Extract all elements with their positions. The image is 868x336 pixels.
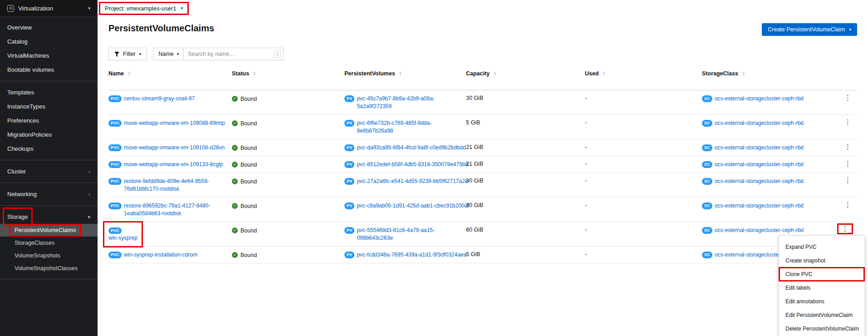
sidebar-item-storage[interactable]: Storage▾ <box>0 210 98 224</box>
pvc-name-link[interactable]: centos-stream9-gray-snail-97 <box>124 95 195 103</box>
storageclass-link[interactable]: ocs-external-storagecluster-ceph-rbd <box>715 202 804 210</box>
storageclass-link[interactable]: ocs-external-storagecluster-ceph-rbd <box>715 95 804 103</box>
sidebar-item-bootable-volumes[interactable]: Bootable volumes <box>0 63 98 77</box>
menu-item-edit-persistentvolumeclaim[interactable]: Edit PersistentVolumeClaim <box>779 308 864 322</box>
status-value: ✓Bound <box>232 96 257 102</box>
kebab-menu-button[interactable]: ⋮ <box>842 118 854 127</box>
sidebar-item-persistentvolumeclaims[interactable]: PersistentVolumeClaims <box>0 224 98 237</box>
pvc-name-resource: PVCwin-sysprep-installation-cdrom <box>108 251 197 259</box>
column-header-button[interactable]: Capacity↕ <box>466 70 497 77</box>
menu-item-edit-annotations[interactable]: Edit annotations <box>779 295 864 308</box>
persistentvolume-link[interactable]: pvc-fcdd348a-7695-439a-a1d1-9f3df0324aea <box>357 251 466 259</box>
persistentvolume-link[interactable]: pvc-6f6e732b-c769-485f-9dda-8e6b87b26a98 <box>357 119 432 135</box>
link-line: pvc-555468d3-81c6-4a79-aa15- <box>357 227 434 234</box>
sidebar-item-instancetypes[interactable]: InstanceTypes <box>0 99 98 114</box>
project-selector[interactable]: Project: vmexamples-user1 ▾ <box>100 3 187 14</box>
storageclass-link[interactable]: ocs-external-storagecluster-ceph-rbd <box>715 119 804 127</box>
kebab-menu-button[interactable]: ⋮ <box>842 200 854 209</box>
pvc-name-link[interactable]: move-webapp-vmware-vm-109088-69mtp <box>124 119 225 127</box>
menu-item-delete-persistentvolumeclaim[interactable]: Delete PersistentVolumeClaim <box>779 322 864 336</box>
column-header-button[interactable]: Name↕ <box>108 70 131 77</box>
bound-check-icon: ✓ <box>232 96 238 102</box>
link-line: ocs-external-storagecluster-ceph-rbd <box>715 227 804 234</box>
kebab-menu-button[interactable]: ⋮ <box>842 159 854 168</box>
status-value: ✓Bound <box>232 162 257 168</box>
column-header-label: StorageClass <box>702 70 738 77</box>
column-header-label: Name <box>108 70 124 77</box>
kebab-menu-button[interactable]: ⋮ <box>842 176 854 185</box>
pvc-name-link[interactable]: win-sysprep <box>108 234 137 242</box>
column-header-capacity: Capacity↕ <box>466 70 585 77</box>
sc-badge: SC <box>702 252 712 258</box>
sidebar-item-checkups[interactable]: Checkups <box>0 142 98 156</box>
sidebar-item-label: InstanceTypes <box>7 103 45 110</box>
persistentvolume-link[interactable]: pvc-da93ca95-6f84-4fcd-9a8f-c0ed9b2bdbdd <box>357 144 466 152</box>
virtualization-perspective-icon <box>7 5 14 12</box>
sidebar-item-networking[interactable]: Networking› <box>0 187 98 201</box>
column-header-button[interactable]: Used↕ <box>585 70 606 77</box>
sidebar-item-virtualmachines[interactable]: VirtualMachines <box>0 49 98 63</box>
sidebar-item-cluster[interactable]: Cluster› <box>0 164 98 178</box>
menu-item-create-snapshot[interactable]: Create snapshot <box>779 254 864 267</box>
sidebar-item-preferences[interactable]: Preferences <box>0 114 98 128</box>
sidebar-item-catalog[interactable]: Catalog <box>0 35 98 49</box>
pvc-badge: PVC <box>108 144 122 151</box>
pv-badge: PV <box>344 95 354 102</box>
menu-item-edit-labels[interactable]: Edit labels <box>779 281 864 295</box>
sidebar-item-migrationpolicies[interactable]: MigrationPolicies <box>0 128 98 142</box>
link-line: 5a2a9f272359 <box>357 103 434 110</box>
pvc-name-link[interactable]: restore-9efdd9de-809e-4e64-9559-76d61bbf… <box>124 178 209 193</box>
link-line: move-webapp-vmware-vm-109133-8cglp <box>124 161 223 168</box>
capacity-value: 30 GiB <box>466 202 483 208</box>
status-cell: ✓Bound <box>232 247 344 262</box>
pvc-name-link[interactable]: move-webapp-vmware-vm-109108-d28vn <box>124 144 225 152</box>
pvc-name-link[interactable]: move-webapp-vmware-vm-109133-8cglp <box>124 161 223 168</box>
sidebar-item-overview[interactable]: Overview <box>0 20 98 35</box>
pvc-name-link[interactable]: restore-896592bc-79a1-4127-9480-1eaba058… <box>124 202 210 217</box>
kebab-menu-button[interactable]: ⋮ <box>839 225 852 233</box>
menu-item-expand-pvc[interactable]: Expand PVC <box>779 240 864 254</box>
link-line: move-webapp-vmware-vm-109088-69mtp <box>124 119 225 127</box>
kebab-menu-button[interactable]: ⋮ <box>842 93 854 102</box>
search-input[interactable] <box>184 48 284 60</box>
pvc-name-cell: PVCwin-sysprep <box>108 222 232 246</box>
link-line: ocs-external-storagecluster-ceph-rbd <box>715 202 804 210</box>
chevron-right-icon: › <box>88 169 90 174</box>
status-cell: ✓Bound <box>232 90 344 110</box>
sort-arrows-icon: ↕ <box>602 71 606 77</box>
sc-badge: SC <box>702 178 712 185</box>
chevron-down-icon: ▾ <box>181 6 183 10</box>
storageclass-link[interactable]: ocs-external-storagecluster-ceph-rbd <box>715 144 804 152</box>
link-line: 76d61bbfc170-rootdisk <box>124 185 209 193</box>
storageclass-link[interactable]: ocs-external-storagecluster-ceph-rbd <box>715 227 804 234</box>
create-persistentvolumeclaim-button[interactable]: Create PersistentVolumeClaim ▾ <box>762 23 857 36</box>
table-row-move-webapp-vmware-vm-109108-d28vn: PVCmove-webapp-vmware-vm-109108-d28vn✓Bo… <box>108 139 857 156</box>
storageclass-link[interactable]: ocs-external-storagecluster-ceph-rbd <box>715 178 804 185</box>
column-header-button[interactable]: StorageClass↕ <box>702 70 745 77</box>
column-header-persistentvolumes: PersistentVolumes↕ <box>344 70 466 77</box>
create-button-label: Create PersistentVolumeClaim <box>768 26 845 33</box>
persistentvolume-link[interactable]: pvc-8512edef-b58f-4db5-8316-350078e475b8 <box>357 161 468 168</box>
sidebar-divider <box>0 279 98 279</box>
sc-badge: SC <box>702 203 712 209</box>
sidebar-item-storageclasses[interactable]: StorageClasses <box>0 237 98 249</box>
perspective-switcher[interactable]: Virtualization ▾ <box>0 0 98 17</box>
menu-item-clone-pvc[interactable]: Clone PVC <box>779 267 864 281</box>
capacity-value: 30 GiB <box>466 178 483 184</box>
persistentvolume-cell: PVpvc-8512edef-b58f-4db5-8316-350078e475… <box>344 156 466 173</box>
persistentvolume-link[interactable]: pvc-27a2a6fc-e541-4d55-9239-bb5f62717a2e <box>357 178 468 185</box>
pvc-name-link[interactable]: win-sysprep-installation-cdrom <box>124 251 197 259</box>
sidebar-item-volumesnapshots[interactable]: VolumeSnapshots <box>0 249 98 262</box>
sidebar-item-templates[interactable]: Templates <box>0 85 98 99</box>
column-header-button[interactable]: Status↕ <box>232 70 256 77</box>
filter-button[interactable]: Filter ▾ <box>108 48 147 60</box>
column-header-button[interactable]: PersistentVolumes↕ <box>344 70 402 77</box>
storageclass-link[interactable]: ocs-external-storagecluster-ceph-rbd <box>715 161 804 168</box>
chevron-down-icon: ▾ <box>139 52 142 56</box>
persistentvolume-link[interactable]: pvc-c8a9ab05-1d91-425d-aab1-cbec91b200df <box>357 202 469 210</box>
sidebar-item-volumesnapshotclasses[interactable]: VolumeSnapshotClasses <box>0 262 98 275</box>
persistentvolume-link[interactable]: pvc-555468d3-81c6-4a79-aa15-098b643c263e <box>357 227 434 242</box>
name-filter-dropdown[interactable]: Name ▾ <box>153 48 184 60</box>
persistentvolume-link[interactable]: pvc-45c7a9b7-8b9a-42b9-a08a-5a2a9f272359 <box>357 95 434 110</box>
kebab-menu-button[interactable]: ⋮ <box>842 142 854 151</box>
